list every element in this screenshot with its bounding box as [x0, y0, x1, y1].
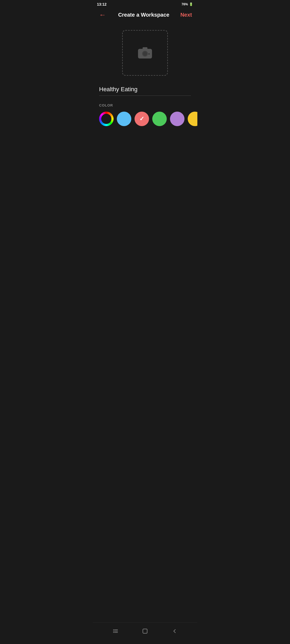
camera-icon — [138, 47, 152, 58]
color-option-yellow[interactable] — [188, 112, 197, 126]
nav-menu-icon[interactable] — [112, 628, 119, 636]
color-option-green[interactable] — [152, 112, 167, 126]
status-left: 13:12 — [97, 2, 107, 6]
nav-bar — [93, 622, 197, 644]
camera-body — [138, 49, 152, 58]
content-area: COLOR ✓ — [93, 22, 197, 622]
color-section-label: COLOR — [99, 103, 191, 107]
camera-lens — [142, 51, 148, 57]
next-button[interactable]: Next — [180, 12, 192, 18]
toolbar: ← Create a Workspace Next — [93, 8, 197, 22]
camera-flash — [148, 53, 150, 55]
color-option-purple[interactable] — [170, 112, 184, 126]
status-right: 76% 🔋 — [182, 2, 193, 6]
status-battery: 76% — [182, 2, 188, 6]
nav-back-icon[interactable] — [171, 628, 178, 636]
status-time: 13:12 — [97, 2, 107, 6]
workspace-name-input[interactable] — [99, 84, 191, 96]
back-button[interactable]: ← — [98, 10, 107, 19]
color-options: ✓ — [99, 112, 191, 126]
color-option-pink[interactable]: ✓ — [135, 112, 149, 126]
svg-rect-6 — [143, 629, 147, 633]
nav-home-icon[interactable] — [142, 628, 148, 636]
selected-checkmark: ✓ — [139, 115, 144, 122]
color-section: COLOR ✓ — [99, 103, 191, 126]
photo-upload-button[interactable] — [122, 30, 168, 76]
color-option-rainbow[interactable] — [99, 112, 114, 126]
battery-icon: 🔋 — [189, 2, 193, 6]
color-option-blue[interactable] — [117, 112, 131, 126]
page-title: Create a Workspace — [118, 12, 169, 18]
status-bar: 13:12 76% 🔋 — [93, 0, 197, 8]
